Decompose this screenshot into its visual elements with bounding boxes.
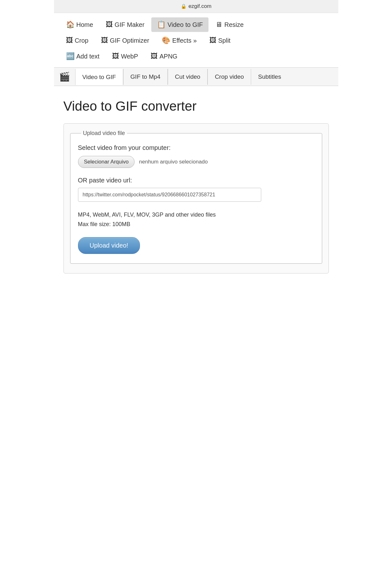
formats-text: MP4, WebM, AVI, FLV, MOV, 3GP and other … — [78, 211, 314, 219]
nav-item-home[interactable]: 🏠 Home — [60, 17, 99, 32]
nav-label-effects: Effects » — [172, 37, 196, 44]
nav-item-split[interactable]: 🖼 Split — [204, 33, 236, 48]
main-content: Video to GIF converter Upload video file… — [54, 86, 338, 286]
page-title: Video to GIF converter — [63, 99, 329, 114]
file-name-display: nenhum arquivo selecionado — [139, 159, 208, 165]
select-file-button[interactable]: Selecionar Arquivo — [78, 156, 135, 168]
gif-optimizer-icon: 🖼 — [101, 36, 108, 45]
nav-row-3: 🔤 Add text 🖼 WebP 🖼 APNG — [60, 49, 332, 64]
home-icon: 🏠 — [66, 21, 75, 29]
crop-icon: 🖼 — [66, 36, 73, 45]
nav-item-gif-optimizer[interactable]: 🖼 GIF Optimizer — [95, 33, 155, 48]
url-label: OR paste video url: — [78, 177, 314, 184]
tabs-bar: 🎬 Video to GIF GIF to Mp4 Cut video Crop… — [54, 67, 338, 86]
nav-label-webp: WebP — [121, 53, 138, 60]
nav-label-home: Home — [76, 21, 93, 28]
video-to-gif-icon: 📋 — [157, 21, 166, 29]
nav-item-webp[interactable]: 🖼 WebP — [106, 49, 144, 64]
nav-label-video-to-gif: Video to GIF — [167, 21, 203, 28]
tab-crop-video[interactable]: Crop video — [208, 69, 251, 85]
tab-video-to-gif[interactable]: Video to GIF — [75, 69, 123, 85]
file-input-row: Selecionar Arquivo nenhum arquivo seleci… — [78, 156, 314, 168]
add-text-icon: 🔤 — [66, 52, 75, 60]
nav-item-resize[interactable]: 🖥 Resize — [210, 17, 249, 32]
nav-label-apng: APNG — [160, 53, 178, 60]
nav-label-split: Split — [218, 37, 231, 44]
nav-item-crop[interactable]: 🖼 Crop — [60, 33, 94, 48]
tabs-clapperboard-icon: 🎬 — [54, 68, 75, 86]
address-bar: 🔒 ezgif.com — [54, 0, 338, 13]
resize-icon: 🖥 — [215, 21, 222, 29]
select-video-label: Select video from your computer: — [78, 144, 314, 151]
nav-item-gif-maker[interactable]: 🖼 GIF Maker — [100, 17, 150, 32]
webp-icon: 🖼 — [112, 52, 119, 60]
tab-subtitles[interactable]: Subtitles — [251, 69, 288, 85]
nav-item-effects[interactable]: 🎨 Effects » — [156, 33, 202, 48]
address-url: ezgif.com — [189, 3, 212, 9]
upload-fieldset: Upload video file Select video from your… — [70, 130, 322, 264]
navigation: 🏠 Home 🖼 GIF Maker 📋 Video to GIF 🖥 Resi… — [54, 13, 338, 65]
upload-button[interactable]: Upload video! — [78, 237, 140, 254]
nav-item-video-to-gif[interactable]: 📋 Video to GIF — [151, 17, 208, 32]
effects-icon: 🎨 — [162, 36, 170, 45]
gif-maker-icon: 🖼 — [106, 21, 113, 29]
upload-container: Upload video file Select video from your… — [63, 123, 329, 274]
url-input[interactable] — [78, 188, 261, 202]
nav-label-gif-optimizer: GIF Optimizer — [110, 37, 149, 44]
split-icon: 🖼 — [209, 36, 216, 45]
maxsize-text: Max file size: 100MB — [78, 221, 314, 228]
upload-legend: Upload video file — [81, 130, 127, 137]
tab-gif-to-mp4[interactable]: GIF to Mp4 — [123, 69, 168, 85]
nav-label-crop: Crop — [75, 37, 88, 44]
nav-label-resize: Resize — [224, 21, 244, 28]
nav-item-apng[interactable]: 🖼 APNG — [145, 49, 183, 64]
nav-row-2: 🖼 Crop 🖼 GIF Optimizer 🎨 Effects » 🖼 Spl… — [60, 33, 332, 48]
nav-label-gif-maker: GIF Maker — [115, 21, 144, 28]
apng-icon: 🖼 — [151, 52, 158, 60]
nav-item-add-text[interactable]: 🔤 Add text — [60, 49, 105, 64]
lock-icon: 🔒 — [181, 3, 187, 9]
nav-label-add-text: Add text — [76, 53, 100, 60]
nav-row-1: 🏠 Home 🖼 GIF Maker 📋 Video to GIF 🖥 Resi… — [60, 17, 332, 32]
tab-cut-video[interactable]: Cut video — [168, 69, 208, 85]
